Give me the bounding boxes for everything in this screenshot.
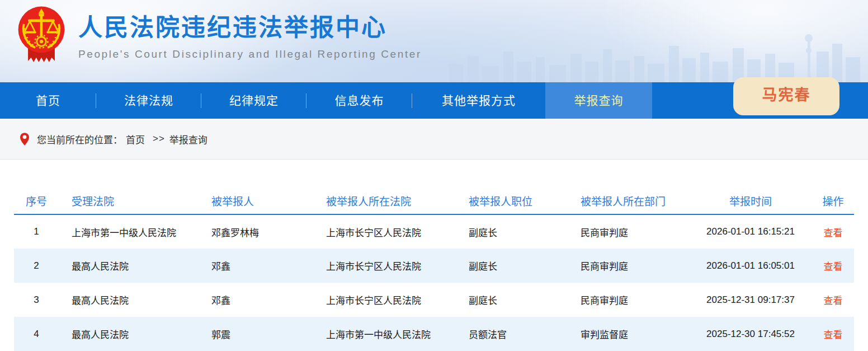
department-cell: 民商审判庭 — [568, 249, 689, 283]
col-header-report-time: 举报时间 — [689, 188, 812, 214]
department-cell: 民商审判庭 — [568, 214, 689, 249]
col-header-index: 序号 — [14, 188, 59, 214]
breadcrumb-current: 举报查询 — [169, 132, 207, 146]
title-block: 人民法院违纪违法举报中心 People's Court Disciplinary… — [78, 12, 422, 60]
accepting-court-cell: 最高人民法院 — [59, 283, 199, 317]
position-cell: 副庭长 — [456, 214, 568, 249]
nav-item-other-report-methods[interactable]: 其他举报方式 — [412, 82, 545, 119]
col-header-action: 操作 — [812, 188, 854, 214]
position-cell: 员额法官 — [456, 317, 568, 351]
site-header: 人民法院违纪违法举报中心 People's Court Disciplinary… — [0, 0, 868, 82]
col-header-accepting-court: 受理法院 — [59, 188, 199, 214]
view-link[interactable]: 查看 — [824, 228, 843, 238]
view-link[interactable]: 查看 — [824, 296, 843, 306]
accepting-court-cell: 上海市第一中级人民法院 — [59, 214, 199, 249]
report-time-cell: 2025-12-30 17:45:52 — [689, 317, 812, 351]
location-pin-icon — [20, 133, 29, 146]
accepting-court-cell: 最高人民法院 — [59, 249, 199, 283]
table-body: 1 上海市第一中级人民法院 邓鑫罗林梅 上海市长宁区人民法院 副庭长 民商审判庭… — [14, 214, 854, 351]
col-header-person-court: 被举报人所在法院 — [313, 188, 456, 214]
view-link[interactable]: 查看 — [824, 261, 843, 272]
nav-item-laws-regulations[interactable]: 法律法规 — [96, 82, 201, 119]
report-table: 序号 受理法院 被举报人 被举报人所在法院 被举报人职位 被举报人所在部门 举报… — [14, 188, 854, 351]
department-cell: 审判监督庭 — [568, 317, 689, 351]
person-court-cell: 上海市长宁区人民法院 — [313, 214, 456, 249]
col-header-reported-person: 被举报人 — [199, 188, 313, 214]
table-row: 3 最高人民法院 邓鑫 上海市长宁区人民法院 副庭长 民商审判庭 2025-12… — [14, 283, 854, 317]
view-link[interactable]: 查看 — [824, 330, 843, 340]
reported-person-cell: 郭震 — [199, 317, 313, 351]
reported-person-cell: 邓鑫罗林梅 — [199, 214, 313, 249]
col-header-department: 被举报人所在部门 — [568, 188, 689, 214]
position-cell: 副庭长 — [456, 249, 568, 283]
col-header-position: 被举报人职位 — [456, 188, 568, 214]
main-content: 序号 受理法院 被举报人 被举报人所在法院 被举报人职位 被举报人所在部门 举报… — [0, 188, 868, 351]
breadcrumb-prefix: 您当前所在的位置： — [37, 132, 122, 146]
breadcrumb: 您当前所在的位置： 首页 >> 举报查询 — [0, 119, 868, 160]
row-index: 4 — [14, 317, 59, 351]
row-index: 3 — [14, 283, 59, 317]
nav-item-home[interactable]: 首页 — [0, 82, 96, 119]
department-cell: 民商审判庭 — [568, 283, 689, 317]
nav-item-report-query[interactable]: 举报查询 — [545, 82, 652, 119]
breadcrumb-home-link[interactable]: 首页 — [126, 132, 145, 146]
table-row: 1 上海市第一中级人民法院 邓鑫罗林梅 上海市长宁区人民法院 副庭长 民商审判庭… — [14, 214, 854, 249]
nav-item-discipline-rules[interactable]: 纪律规定 — [201, 82, 306, 119]
position-cell: 副庭长 — [456, 283, 568, 317]
accepting-court-cell: 最高人民法院 — [59, 317, 199, 351]
user-name-badge[interactable]: 马宪春 — [733, 77, 839, 115]
report-time-cell: 2025-12-31 09:17:37 — [689, 283, 812, 317]
person-court-cell: 上海市长宁区人民法院 — [313, 283, 456, 317]
reported-person-cell: 邓鑫 — [199, 249, 313, 283]
city-skyline-graphic — [443, 29, 868, 82]
table-row: 4 最高人民法院 郭震 上海市第一中级人民法院 员额法官 审判监督庭 2025-… — [14, 317, 854, 351]
site-title: 人民法院违纪违法举报中心 — [78, 12, 422, 44]
nav-item-info-release[interactable]: 信息发布 — [306, 82, 412, 119]
report-time-cell: 2026-01-01 16:05:01 — [689, 249, 812, 283]
row-index: 2 — [14, 249, 59, 283]
report-time-cell: 2026-01-01 16:15:21 — [689, 214, 812, 249]
row-index: 1 — [14, 214, 59, 249]
site-subtitle: People's Court Disciplinary and Illegal … — [78, 48, 422, 60]
person-court-cell: 上海市第一中级人民法院 — [313, 317, 456, 351]
page: 人民法院违纪违法举报中心 People's Court Disciplinary… — [0, 0, 868, 351]
court-emblem-icon — [16, 4, 67, 67]
person-court-cell: 上海市长宁区人民法院 — [313, 249, 456, 283]
breadcrumb-separator: >> — [153, 133, 165, 144]
reported-person-cell: 邓鑫 — [199, 283, 313, 317]
table-row: 2 最高人民法院 邓鑫 上海市长宁区人民法院 副庭长 民商审判庭 2026-01… — [14, 249, 854, 283]
table-header: 序号 受理法院 被举报人 被举报人所在法院 被举报人职位 被举报人所在部门 举报… — [14, 188, 854, 214]
